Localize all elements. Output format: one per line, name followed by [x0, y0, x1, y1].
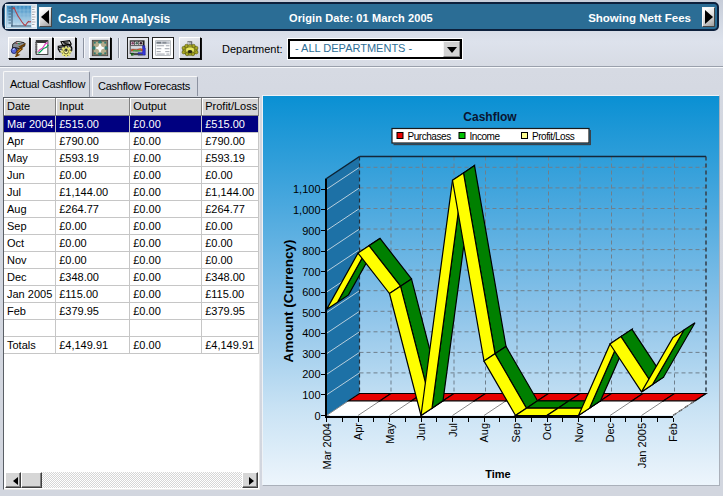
svg-text:Dec: Dec	[604, 423, 616, 443]
svg-text:600: 600	[302, 286, 320, 298]
svg-text:Mar 2004: Mar 2004	[321, 423, 333, 469]
svg-text:800: 800	[302, 245, 320, 257]
svg-text:Nov: Nov	[573, 423, 585, 443]
svg-text:Jul: Jul	[447, 423, 459, 437]
svg-text:500: 500	[302, 307, 320, 319]
svg-text:Cashflow: Cashflow	[463, 110, 517, 124]
svg-text:Time: Time	[485, 468, 510, 480]
svg-text:Jan 2005: Jan 2005	[636, 423, 648, 468]
svg-text:400: 400	[302, 327, 320, 339]
svg-text:Jun: Jun	[415, 423, 427, 441]
svg-text:1,100: 1,100	[293, 183, 321, 195]
svg-text:Aug: Aug	[478, 423, 490, 443]
svg-text:0: 0	[314, 410, 320, 422]
svg-text:Profit/Loss: Profit/Loss	[532, 131, 575, 142]
svg-text:900: 900	[302, 225, 320, 237]
svg-text:Purchases: Purchases	[408, 131, 452, 142]
svg-text:May: May	[384, 423, 396, 444]
svg-text:200: 200	[302, 368, 320, 380]
svg-text:Oct: Oct	[541, 423, 553, 440]
svg-text:Income: Income	[470, 131, 501, 142]
svg-text:Apr: Apr	[352, 423, 364, 440]
svg-text:Sep: Sep	[510, 423, 522, 443]
svg-text:700: 700	[302, 266, 320, 278]
svg-text:300: 300	[302, 348, 320, 360]
svg-text:Feb: Feb	[667, 423, 679, 442]
svg-text:Amount (Currency): Amount (Currency)	[281, 239, 296, 362]
svg-text:100: 100	[302, 389, 320, 401]
svg-text:1,000: 1,000	[293, 204, 321, 216]
